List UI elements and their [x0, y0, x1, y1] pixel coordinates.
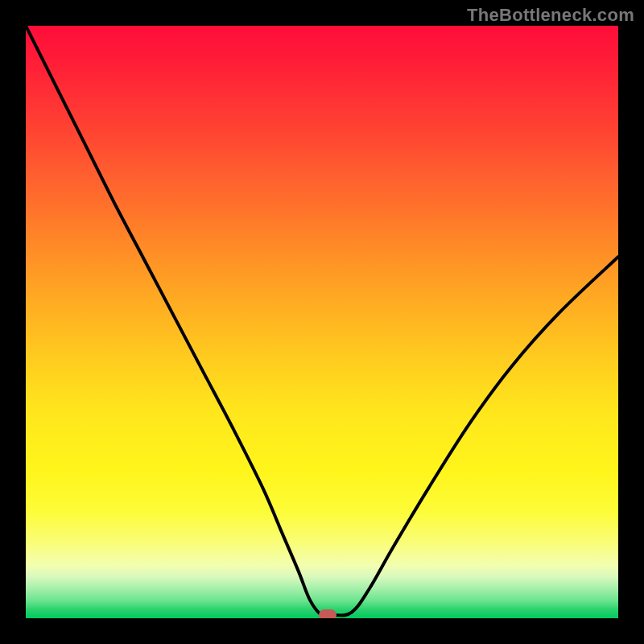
bottleneck-curve [26, 26, 618, 617]
curve-svg [26, 26, 618, 618]
watermark-text: TheBottleneck.com [467, 5, 634, 26]
optimal-point-marker [319, 609, 336, 618]
chart-container: TheBottleneck.com [0, 0, 644, 644]
plot-area [26, 26, 618, 618]
